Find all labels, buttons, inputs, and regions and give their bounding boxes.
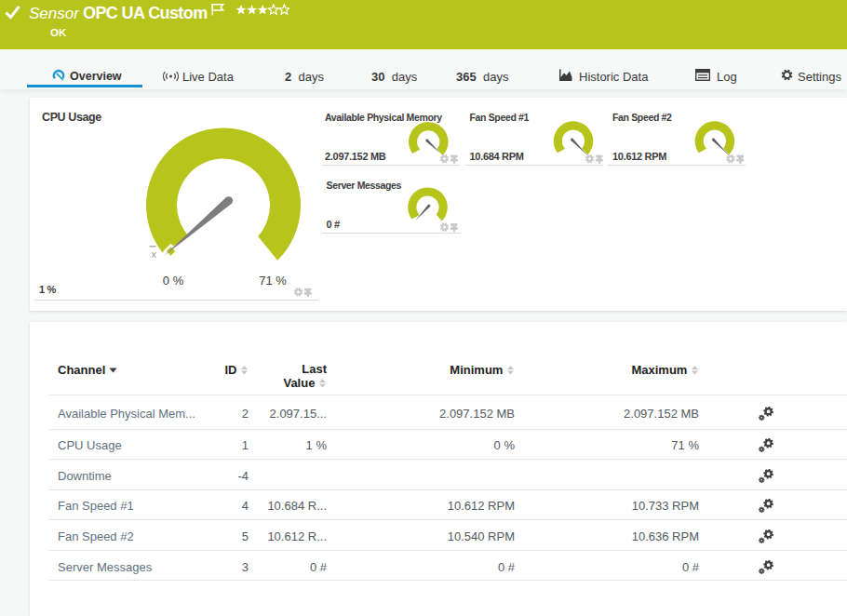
svg-text:x: x [152, 248, 157, 260]
